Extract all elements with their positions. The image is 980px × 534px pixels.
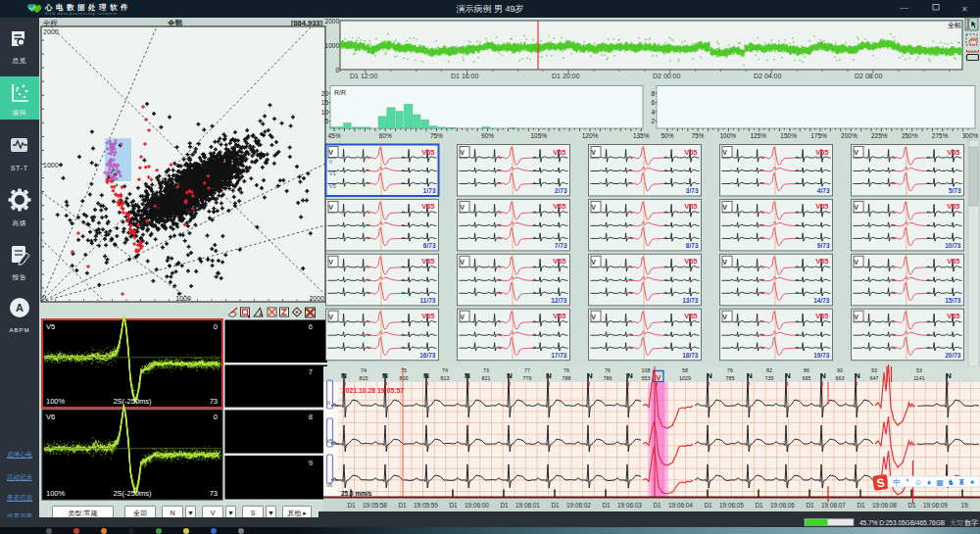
svg-text:695: 695 xyxy=(803,375,811,381)
svg-text:250%: 250% xyxy=(902,132,918,139)
svg-text:V65: V65 xyxy=(421,257,434,266)
svg-text:❜: ❜ xyxy=(906,478,909,487)
svg-text:D1: D1 xyxy=(654,502,662,509)
svg-text:数字: 数字 xyxy=(964,519,978,526)
svg-text:60%: 60% xyxy=(379,132,392,139)
svg-text:V: V xyxy=(591,204,596,211)
svg-text:815: 815 xyxy=(360,375,368,381)
svg-text:73: 73 xyxy=(483,367,489,373)
svg-text:8/73: 8/73 xyxy=(686,242,699,249)
svg-text:V: V xyxy=(328,204,333,211)
svg-text:6/73: 6/73 xyxy=(423,242,436,249)
svg-text:V: V xyxy=(328,149,333,156)
svg-text:♜: ♜ xyxy=(957,478,964,487)
svg-text:779: 779 xyxy=(523,375,532,381)
svg-text:V: V xyxy=(328,259,333,266)
svg-text:V65: V65 xyxy=(815,202,828,211)
svg-text:N: N xyxy=(507,371,513,380)
svg-text:76: 76 xyxy=(564,367,569,373)
svg-text:13/73: 13/73 xyxy=(682,297,699,304)
svg-text:45.7% D:253.05GB/465.76GB: 45.7% D:253.05GB/465.76GB xyxy=(859,519,945,526)
svg-text:V: V xyxy=(328,314,333,320)
svg-text:25.0 mm/s: 25.0 mm/s xyxy=(341,490,372,497)
svg-text:V65: V65 xyxy=(684,312,697,320)
svg-text:D1: D1 xyxy=(603,502,612,509)
svg-text:6: 6 xyxy=(651,99,655,106)
svg-text:D2 04:00: D2 04:00 xyxy=(754,73,782,79)
svg-text:1029: 1029 xyxy=(679,375,691,381)
svg-text:150%: 150% xyxy=(780,132,797,139)
svg-text:785: 785 xyxy=(726,375,735,381)
svg-text:4: 4 xyxy=(651,109,655,116)
svg-text:76: 76 xyxy=(727,367,733,373)
svg-text:2000: 2000 xyxy=(325,18,340,24)
svg-text:58: 58 xyxy=(682,367,688,373)
svg-text:V6: V6 xyxy=(326,482,332,488)
svg-text:300%: 300% xyxy=(962,132,979,139)
svg-text:74: 74 xyxy=(361,367,367,373)
svg-text:V65: V65 xyxy=(553,148,565,157)
svg-text:8: 8 xyxy=(651,90,655,97)
svg-text:V: V xyxy=(854,149,858,156)
svg-text:D2 00:00: D2 00:00 xyxy=(653,73,681,79)
svg-text:D1: D1 xyxy=(450,502,459,509)
svg-text:100%: 100% xyxy=(719,132,736,139)
svg-text:全幅: 全幅 xyxy=(948,22,961,29)
svg-text:19:06:05: 19:06:05 xyxy=(719,502,744,509)
svg-text:V: V xyxy=(591,314,596,320)
svg-text:V65: V65 xyxy=(815,312,828,320)
svg-text:82: 82 xyxy=(766,367,772,373)
svg-text:D1: D1 xyxy=(908,502,917,509)
svg-text:N: N xyxy=(546,371,552,380)
svg-text:V65: V65 xyxy=(553,312,565,320)
svg-text:D1: D1 xyxy=(348,502,357,509)
svg-text:V65: V65 xyxy=(421,312,434,320)
svg-text:15: 15 xyxy=(321,99,329,106)
svg-text:V65: V65 xyxy=(553,202,565,211)
svg-text:20/73: 20/73 xyxy=(945,352,961,359)
svg-text:1141: 1141 xyxy=(913,375,924,381)
svg-text:53: 53 xyxy=(916,367,922,373)
svg-text:0: 0 xyxy=(335,67,339,73)
svg-text:V65: V65 xyxy=(684,148,697,157)
svg-text:125%: 125% xyxy=(750,132,766,139)
svg-text:V65: V65 xyxy=(947,257,959,266)
svg-text:1/73: 1/73 xyxy=(423,187,436,194)
svg-text:108: 108 xyxy=(642,367,651,373)
svg-text:647: 647 xyxy=(870,375,879,381)
svg-text:♞: ♞ xyxy=(947,478,954,487)
svg-text:V65: V65 xyxy=(553,257,565,266)
svg-text:V65: V65 xyxy=(421,148,434,157)
svg-text:4/73: 4/73 xyxy=(817,187,830,194)
svg-text:7/73: 7/73 xyxy=(555,242,567,249)
svg-text:135%: 135% xyxy=(633,132,650,139)
svg-text:19:: 19: xyxy=(961,502,970,509)
svg-text:75: 75 xyxy=(401,367,407,373)
svg-text:19/73: 19/73 xyxy=(813,352,830,359)
svg-text:V: V xyxy=(854,314,858,320)
svg-text:86: 86 xyxy=(804,367,809,373)
svg-text:V1: V1 xyxy=(329,170,337,176)
svg-text:14/73: 14/73 xyxy=(813,297,830,304)
svg-text:5/73: 5/73 xyxy=(949,187,961,194)
svg-text:20: 20 xyxy=(321,90,329,97)
svg-text:V: V xyxy=(722,204,727,211)
svg-text:♦: ♦ xyxy=(927,478,931,487)
svg-text:105%: 105% xyxy=(530,132,547,139)
svg-text:16/73: 16/73 xyxy=(419,352,436,359)
svg-text:V: V xyxy=(656,373,662,382)
svg-text:D1: D1 xyxy=(858,502,866,509)
svg-text:1000: 1000 xyxy=(325,42,340,49)
svg-text:V5: V5 xyxy=(326,438,332,444)
svg-text:V: V xyxy=(722,259,727,266)
svg-text:II: II xyxy=(329,159,333,165)
svg-text:120%: 120% xyxy=(582,132,599,139)
svg-text:19:06:02: 19:06:02 xyxy=(566,502,591,509)
svg-text:10/73: 10/73 xyxy=(945,242,961,249)
svg-text:200%: 200% xyxy=(841,132,858,139)
svg-text:10: 10 xyxy=(321,109,329,116)
svg-text:V: V xyxy=(854,204,858,211)
svg-text:V: V xyxy=(460,314,465,320)
svg-text:5: 5 xyxy=(324,118,328,124)
svg-text:90: 90 xyxy=(837,367,843,373)
